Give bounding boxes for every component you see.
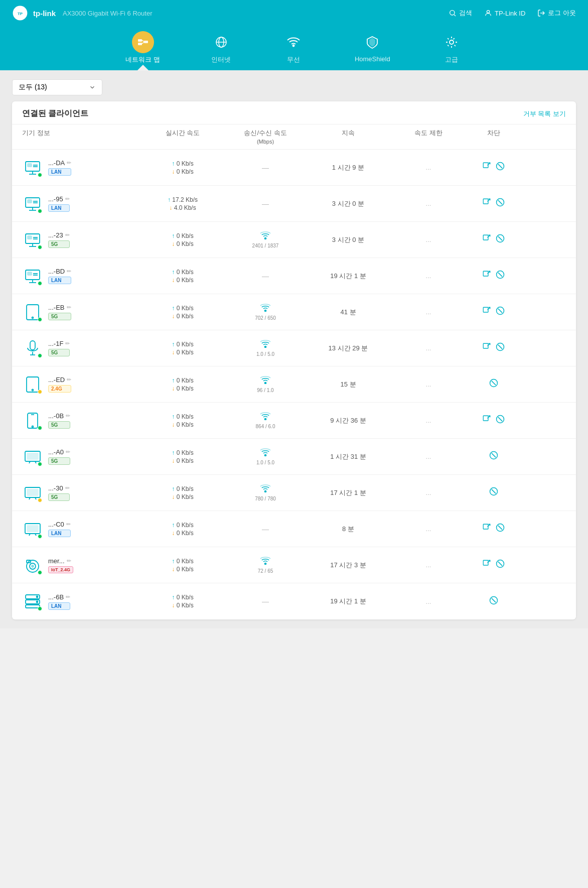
- svg-point-54: [32, 317, 34, 318]
- block-icon[interactable]: [495, 270, 505, 282]
- blocklist-link[interactable]: 거부 목록 보기: [523, 109, 566, 118]
- block-icon[interactable]: [495, 523, 505, 535]
- nav-item-network-map[interactable]: 네트워크 맵: [115, 26, 170, 70]
- device-icon-wrap: [22, 302, 43, 323]
- edit-icon[interactable]: ✏: [67, 304, 71, 311]
- speed-limit-cell: ...: [388, 561, 469, 569]
- speed-cell: ↑ 0 Kb/s ↓ 0 Kb/s: [142, 269, 223, 284]
- external-link-icon[interactable]: [482, 234, 491, 245]
- device-name-row: ...-C0 ✏: [48, 521, 71, 528]
- nav-label-network-map: 네트워크 맵: [125, 55, 160, 64]
- edit-icon[interactable]: ✏: [67, 268, 71, 275]
- device-meta: ...-DA ✏ LAN: [48, 159, 71, 176]
- speed-cell: ↑ 0 Kb/s ↓ 0 Kb/s: [142, 305, 223, 320]
- device-name: ...-0B: [48, 412, 64, 420]
- dash-cell: —: [262, 272, 269, 280]
- nav-item-homeshield[interactable]: HomeShield: [345, 26, 400, 70]
- block-icon[interactable]: [495, 233, 505, 246]
- speed-down-arrow: ↓: [172, 349, 175, 356]
- external-link-icon[interactable]: [482, 523, 491, 535]
- svg-point-2: [450, 11, 455, 15]
- edit-icon[interactable]: ✏: [65, 196, 70, 202]
- speed-down-value: 0 Kb/s: [177, 313, 194, 320]
- external-link-icon[interactable]: [482, 342, 491, 354]
- nav-item-internet[interactable]: 인터넷: [200, 26, 242, 70]
- speed-down-value: 0 Kb/s: [177, 530, 194, 537]
- speed-up-value: 0 Kb/s: [177, 232, 194, 239]
- svg-point-111: [37, 601, 38, 603]
- account-button[interactable]: TP-Link ID: [484, 9, 525, 17]
- speed-down-arrow: ↓: [172, 240, 175, 247]
- wifi-speeds: 702 / 650: [255, 315, 276, 321]
- edit-icon[interactable]: ✏: [65, 340, 70, 347]
- logout-button[interactable]: 로그 아웃: [537, 9, 576, 18]
- wifi-cell: 1.0 / 5.0: [256, 340, 274, 357]
- speed-down: ↓ 0 Kb/s: [172, 421, 193, 428]
- edit-icon[interactable]: ✏: [66, 594, 70, 600]
- edit-icon[interactable]: ✏: [66, 521, 71, 528]
- edit-icon[interactable]: ✏: [65, 485, 70, 491]
- device-info-cell: ...-C0 ✏ LAN: [22, 519, 142, 540]
- account-icon: [484, 9, 492, 17]
- svg-line-65: [498, 345, 502, 349]
- status-dot: [38, 606, 42, 611]
- speed-down-value: 0 Kb/s: [177, 493, 194, 500]
- device-tag: IoT_2.4G: [48, 566, 73, 573]
- nav-item-wireless[interactable]: 무선: [272, 26, 315, 70]
- device-name-row: ...-ED ✏: [48, 376, 71, 384]
- speed-up-value: 0 Kb/s: [177, 594, 194, 601]
- edit-icon[interactable]: ✏: [67, 376, 71, 383]
- nav-item-advanced[interactable]: 고급: [430, 26, 473, 70]
- wifi-speeds: 1.0 / 5.0: [256, 351, 274, 357]
- table-row: ...-EB ✏ 5G ↑ 0 Kb/s ↓ 0 Kb/s: [12, 294, 576, 330]
- block-icon[interactable]: [495, 197, 505, 210]
- device-name-row: ...-BD ✏: [48, 268, 71, 275]
- svg-point-62: [264, 346, 266, 347]
- speed-limit-cell: ...: [388, 525, 469, 533]
- speed-limit-cell: ...: [388, 380, 469, 388]
- speed-limit-cell: ...: [388, 308, 469, 316]
- device-info-cell: ...-23 ✏ 5G: [22, 229, 142, 250]
- speed-down: ↓ 4.0 Kb/s: [169, 204, 196, 211]
- block-icon[interactable]: [495, 414, 505, 427]
- filter-dropdown[interactable]: 모두 (13): [12, 79, 102, 95]
- svg-line-33: [498, 200, 502, 204]
- block-icon[interactable]: [495, 161, 505, 174]
- search-button[interactable]: 검색: [449, 9, 472, 18]
- external-link-icon[interactable]: [482, 306, 491, 318]
- device-icon-wrap: [22, 338, 43, 359]
- edit-icon[interactable]: ✏: [67, 558, 71, 564]
- col-block: 차단: [469, 129, 519, 145]
- dash-cell: —: [262, 164, 269, 172]
- block-icon[interactable]: [495, 559, 505, 571]
- external-link-icon[interactable]: [482, 270, 491, 282]
- external-link-icon[interactable]: [482, 415, 491, 426]
- device-icon-wrap: [22, 374, 43, 395]
- edit-icon[interactable]: ✏: [66, 413, 70, 419]
- device-meta: ...-95 ✏ LAN: [48, 195, 70, 212]
- speed-up-value: 0 Kb/s: [177, 305, 194, 312]
- block-icon[interactable]: [495, 342, 505, 354]
- edit-icon[interactable]: ✏: [67, 160, 71, 166]
- device-info-cell: ...-DA ✏ LAN: [22, 157, 142, 178]
- edit-icon[interactable]: ✏: [66, 449, 70, 455]
- device-tag: LAN: [48, 530, 71, 537]
- external-link-icon[interactable]: [482, 559, 491, 571]
- tx-rx-cell: 864 / 6.0: [223, 412, 308, 429]
- block-icon[interactable]: [489, 486, 499, 499]
- external-link-icon[interactable]: [482, 198, 491, 209]
- speed-down: ↓ 0 Kb/s: [172, 457, 193, 464]
- block-icon[interactable]: [489, 595, 499, 608]
- speed-down-arrow: ↓: [172, 421, 175, 428]
- block-icon[interactable]: [489, 450, 499, 463]
- svg-point-4: [487, 11, 489, 13]
- edit-icon[interactable]: ✏: [65, 232, 70, 238]
- main-content: 모두 (13) 연결된 클라이언트 거부 목록 보기 기기 정보 실시간 속도 …: [0, 70, 588, 628]
- wifi-speeds: 2401 / 1837: [252, 243, 279, 248]
- block-icon[interactable]: [489, 378, 499, 391]
- header: TP tp-link AX3000 Gigabit Wi-Fi 6 Router…: [0, 0, 588, 26]
- external-link-icon[interactable]: [482, 162, 491, 173]
- svg-point-74: [264, 418, 266, 420]
- block-icon[interactable]: [495, 306, 505, 318]
- device-icon-wrap: [22, 446, 43, 467]
